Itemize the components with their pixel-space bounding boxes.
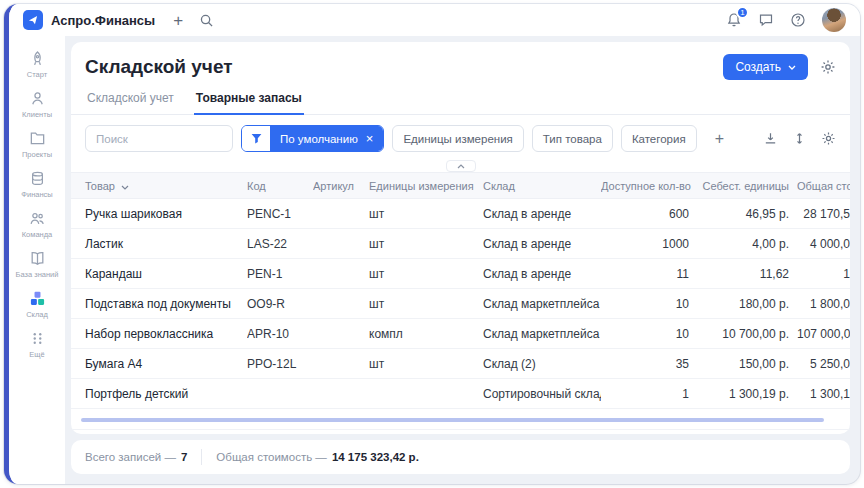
sidebar-item-label: Финансы <box>21 190 53 199</box>
kb-icon <box>29 250 46 267</box>
tab-goods-stock[interactable]: Товарные запасы <box>194 87 304 115</box>
sidebar-item-team[interactable]: Команда <box>11 204 63 244</box>
cell-warehouse: Сортировочный склад <box>483 379 601 409</box>
main-card: Складской учет Создать Складской учет То… <box>71 42 850 434</box>
inventory-table: Товар КодАртикулЕдиницы измеренияСкладДо… <box>71 172 850 409</box>
cell-article <box>313 259 369 289</box>
sidebar-item-start[interactable]: Старт <box>11 44 63 84</box>
cell-total: 4 000,0 <box>797 229 850 259</box>
filter-chip-3[interactable]: Категория <box>621 125 697 152</box>
column-header-unit[interactable]: Единицы измерения <box>369 173 483 199</box>
cell-unit: шт <box>369 289 483 319</box>
summary-bar: Всего записей — 7 Общая стоимость — 14 1… <box>71 440 850 474</box>
table-search-input[interactable] <box>85 125 233 152</box>
cell-total: 1 800,0 <box>797 289 850 319</box>
cell-qty: 1000 <box>601 229 697 259</box>
sidebar-item-projects[interactable]: Проекты <box>11 124 63 164</box>
sidebar-item-kb[interactable]: База знаний <box>11 244 63 284</box>
sidebar-item-finance[interactable]: Финансы <box>11 164 63 204</box>
cell-total: 28 170,5 <box>797 199 850 229</box>
filter-chip-2[interactable]: Тип товара <box>532 125 613 152</box>
tab-warehouse-accounting[interactable]: Складской учет <box>85 87 176 114</box>
total-cost-label: Общая стоимость — <box>216 451 327 463</box>
column-header-qty[interactable]: Доступное кол-во <box>601 173 697 199</box>
table-row[interactable]: Бумага А4PPO-12LштСклад (2)35150,00 р.5 … <box>71 349 850 379</box>
table-row[interactable]: Набор первоклассникаAPR-10комплСклад мар… <box>71 319 850 349</box>
cell-warehouse: Склад (2) <box>483 349 601 379</box>
filter-funnel-icon[interactable] <box>242 126 270 151</box>
table-row[interactable]: Портфель детскийСортировочный склад11 30… <box>71 379 850 409</box>
more-icon <box>29 330 46 347</box>
cell-code: PENC-1 <box>247 199 313 229</box>
sidebar: СтартКлиентыПроектыФинансыКомандаБаза зн… <box>9 36 65 484</box>
sidebar-item-clients[interactable]: Клиенты <box>11 84 63 124</box>
download-icon[interactable] <box>763 131 778 146</box>
cell-total: 1 300,1 <box>797 379 850 409</box>
cell-article <box>313 349 369 379</box>
column-header-total[interactable]: Общая стоимость <box>797 173 850 199</box>
page-settings-gear-icon[interactable] <box>820 59 836 75</box>
chat-icon[interactable] <box>758 12 774 28</box>
collapse-row <box>71 160 850 172</box>
projects-icon <box>29 130 46 147</box>
cell-code: OO9-R <box>247 289 313 319</box>
cell-code: PEN-1 <box>247 259 313 289</box>
chevron-down-icon <box>788 65 796 70</box>
cell-warehouse: Склад в аренде <box>483 199 601 229</box>
help-icon[interactable] <box>790 12 806 28</box>
quick-add-icon[interactable]: + <box>173 12 183 29</box>
total-records-label: Всего записей — <box>85 451 176 463</box>
cell-article <box>313 379 369 409</box>
table-row[interactable]: КарандашPEN-1штСклад в аренде1111,621 <box>71 259 850 289</box>
table-header: Товар КодАртикулЕдиницы измеренияСкладДо… <box>71 173 850 199</box>
column-header-warehouse[interactable]: Склад <box>483 173 601 199</box>
table-toolbar: По умолчанию × Единицы измеренияТип това… <box>71 115 850 160</box>
cell-cost: 150,00 р. <box>697 349 797 379</box>
cell-code <box>247 379 313 409</box>
column-header-article[interactable]: Артикул <box>313 173 369 199</box>
sidebar-item-label: Проекты <box>22 150 52 159</box>
sidebar-item-more[interactable]: Ещё <box>11 324 63 364</box>
cell-unit: шт <box>369 349 483 379</box>
expand-rows-icon[interactable] <box>792 131 807 146</box>
table-body: Ручка шариковаяPENC-1штСклад в аренде600… <box>71 199 850 409</box>
topbar: Аспро.Финансы + 1 <box>9 4 860 36</box>
table-settings-gear-icon[interactable] <box>821 131 836 146</box>
horizontal-scrollbar[interactable] <box>81 418 824 422</box>
scrollbar-thumb[interactable] <box>81 418 824 422</box>
sidebar-item-warehouse[interactable]: Склад <box>11 284 63 324</box>
app-window: Аспро.Финансы + 1 СтартКлиентыПроектыФин… <box>4 4 860 484</box>
sidebar-item-label: Ещё <box>29 350 44 359</box>
user-avatar[interactable] <box>822 8 846 32</box>
global-search-icon[interactable] <box>199 13 214 28</box>
cell-warehouse: Склад в аренде <box>483 259 601 289</box>
filter-clear-icon[interactable]: × <box>366 132 374 145</box>
filter-default-pill[interactable]: По умолчанию × <box>270 126 383 151</box>
cell-warehouse: Склад маркетплейса <box>483 319 601 349</box>
collapse-toolbar-button[interactable] <box>446 160 476 172</box>
cell-total: 107 000,0 <box>797 319 850 349</box>
column-header-cost[interactable]: Себест. единицы <box>697 173 797 199</box>
warehouse-icon <box>29 290 46 307</box>
add-filter-button[interactable]: + <box>713 131 726 147</box>
notifications-bell-icon[interactable]: 1 <box>726 12 742 28</box>
table-row[interactable]: ЛастикLAS-22штСклад в аренде10004,00 р.4… <box>71 229 850 259</box>
filter-chip-1[interactable]: Единицы измерения <box>392 125 523 152</box>
column-header-name[interactable]: Товар <box>71 173 247 199</box>
table-row[interactable]: Ручка шариковаяPENC-1штСклад в аренде600… <box>71 199 850 229</box>
sidebar-item-label: Старт <box>27 70 47 79</box>
cell-cost: 180,00 р. <box>697 289 797 319</box>
filter-control[interactable]: По умолчанию × <box>241 125 384 152</box>
clients-icon <box>29 90 46 107</box>
cell-article <box>313 229 369 259</box>
start-icon <box>29 50 46 67</box>
cell-unit: шт <box>369 259 483 289</box>
cell-qty: 600 <box>601 199 697 229</box>
cell-unit: шт <box>369 199 483 229</box>
cell-qty: 11 <box>601 259 697 289</box>
cell-qty: 10 <box>601 289 697 319</box>
create-button[interactable]: Создать <box>723 54 808 80</box>
table-row[interactable]: Подставка под документыOO9-RштСклад марк… <box>71 289 850 319</box>
column-header-code[interactable]: Код <box>247 173 313 199</box>
records-info: Записи с 1 по 7 из 7 <box>71 429 850 434</box>
